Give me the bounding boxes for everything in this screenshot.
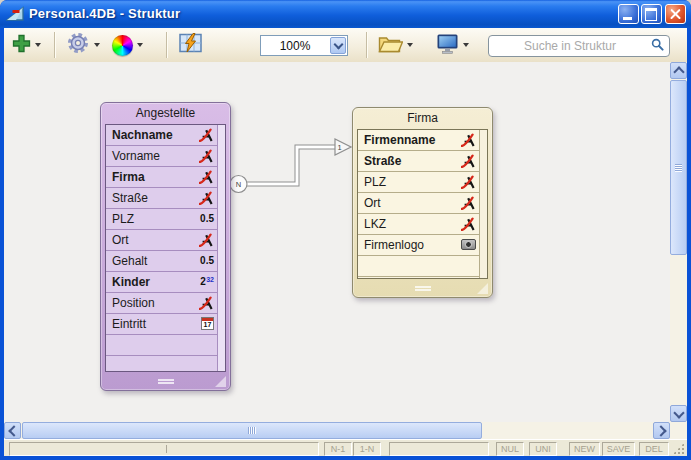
relation-one-label: 1 bbox=[337, 143, 341, 152]
del-button[interactable]: DEL bbox=[639, 442, 669, 456]
window-resize-grip[interactable] bbox=[673, 443, 684, 454]
field-label: Ort bbox=[112, 233, 129, 247]
new-table-button[interactable] bbox=[12, 28, 41, 62]
resize-corner-icon[interactable] bbox=[215, 376, 226, 387]
lightning-table-icon bbox=[179, 33, 202, 57]
field-row[interactable]: Eintritt17 bbox=[106, 314, 217, 335]
resize-grip-icon[interactable] bbox=[415, 286, 431, 291]
field-label: Firma bbox=[112, 170, 145, 184]
field-row[interactable]: Straße bbox=[358, 151, 479, 172]
field-label: Straße bbox=[112, 191, 148, 205]
alpha-type-icon bbox=[461, 154, 476, 168]
table-angestellte[interactable]: Angestellte NachnameVornameFirmaStraßePL… bbox=[100, 102, 231, 391]
date-type-icon: 17 bbox=[201, 317, 214, 331]
chevron-right-icon bbox=[655, 425, 666, 436]
horizontal-scrollbar[interactable] bbox=[4, 422, 670, 439]
field-list: FirmennameStraßePLZOrtLKZFirmenlogo bbox=[358, 130, 479, 278]
table-title[interactable]: Firma bbox=[353, 108, 492, 129]
search-box bbox=[488, 35, 670, 57]
app-logo-icon bbox=[6, 5, 25, 26]
alpha-type-icon bbox=[461, 196, 476, 210]
real-type-icon: 0.5 bbox=[200, 255, 214, 269]
table-fields: FirmennameStraßePLZOrtLKZFirmenlogo bbox=[357, 129, 488, 279]
thumb-grip-icon bbox=[675, 164, 682, 172]
field-label: Firmenname bbox=[364, 133, 435, 147]
vertical-scroll-thumb[interactable] bbox=[670, 80, 687, 255]
field-label: LKZ bbox=[364, 217, 386, 231]
field-row[interactable]: PLZ bbox=[358, 172, 479, 193]
table-firma[interactable]: Firma FirmennameStraßePLZOrtLKZFirmenlog… bbox=[352, 107, 493, 298]
save-button[interactable]: SAVE bbox=[602, 442, 635, 456]
zoom-dropdown-button[interactable] bbox=[330, 37, 346, 54]
field-row[interactable]: Gehalt0.5 bbox=[106, 251, 217, 272]
chevron-up-icon bbox=[673, 66, 684, 77]
title-bar[interactable]: Personal.4DB - Struktur bbox=[0, 0, 691, 28]
search-input[interactable] bbox=[489, 38, 651, 54]
chevron-down-icon bbox=[94, 43, 100, 47]
structure-canvas[interactable]: N 1 Angestellte NachnameVornameFirmaStra… bbox=[4, 62, 670, 422]
close-button[interactable] bbox=[665, 4, 686, 24]
field-label: Straße bbox=[364, 154, 401, 168]
uni-button[interactable]: UNI bbox=[529, 442, 557, 456]
empty-field-row[interactable] bbox=[358, 256, 479, 277]
display-button[interactable] bbox=[436, 28, 469, 62]
relation-1n-button[interactable]: 1-N bbox=[353, 442, 381, 456]
new-button[interactable]: NEW bbox=[569, 442, 600, 456]
chevron-down-icon bbox=[673, 407, 684, 418]
field-row[interactable]: LKZ bbox=[358, 214, 479, 235]
monitor-icon bbox=[436, 33, 459, 58]
search-icon[interactable] bbox=[651, 37, 664, 55]
picture-type-icon bbox=[461, 238, 476, 252]
relation-n1-button[interactable]: N-1 bbox=[324, 442, 352, 456]
panel-divider bbox=[166, 445, 167, 453]
field-label: Firmenlogo bbox=[364, 238, 424, 252]
resize-grip-icon[interactable] bbox=[158, 379, 174, 384]
field-row[interactable]: Firmenlogo bbox=[358, 235, 479, 256]
gear-icon bbox=[66, 31, 90, 59]
field-row[interactable]: Kinder232 bbox=[106, 272, 217, 293]
horizontal-scroll-thumb[interactable] bbox=[22, 422, 482, 439]
color-button[interactable] bbox=[112, 28, 143, 62]
maximize-button[interactable] bbox=[641, 4, 662, 24]
empty-field-row[interactable] bbox=[106, 335, 217, 356]
table-scroll-strip[interactable] bbox=[479, 130, 487, 278]
open-button[interactable] bbox=[378, 28, 413, 62]
vertical-scrollbar[interactable] bbox=[670, 62, 687, 422]
nul-button[interactable]: NUL bbox=[496, 442, 524, 456]
toolbar: 100% bbox=[4, 28, 687, 63]
trigger-button[interactable] bbox=[179, 28, 202, 62]
scroll-down-button[interactable] bbox=[670, 405, 687, 422]
alpha-type-icon bbox=[199, 296, 214, 310]
table-title[interactable]: Angestellte bbox=[101, 103, 230, 124]
status-field-panel bbox=[389, 442, 489, 456]
resize-corner-icon[interactable] bbox=[477, 283, 488, 294]
scroll-right-button[interactable] bbox=[653, 422, 670, 439]
field-row[interactable]: PLZ0.5 bbox=[106, 209, 217, 230]
field-label: Vorname bbox=[112, 149, 160, 163]
status-info-panel bbox=[9, 442, 319, 456]
settings-button[interactable] bbox=[66, 28, 100, 62]
longint-type-icon: 232 bbox=[200, 276, 214, 290]
scroll-left-button[interactable] bbox=[4, 422, 21, 439]
field-row[interactable]: Firmenname bbox=[358, 130, 479, 151]
field-row[interactable]: Ort bbox=[358, 193, 479, 214]
zoom-combobox[interactable]: 100% bbox=[260, 35, 348, 56]
minimize-button[interactable] bbox=[618, 4, 639, 24]
alpha-type-icon bbox=[199, 128, 214, 142]
thumb-grip-icon bbox=[248, 427, 256, 434]
field-label: Ort bbox=[364, 196, 381, 210]
field-row[interactable]: Vorname bbox=[106, 146, 217, 167]
scrollbar-corner bbox=[670, 422, 687, 439]
field-row[interactable]: Position bbox=[106, 293, 217, 314]
field-row[interactable]: Firma bbox=[106, 167, 217, 188]
chevron-down-icon bbox=[35, 43, 41, 47]
field-row[interactable]: Straße bbox=[106, 188, 217, 209]
color-wheel-icon bbox=[112, 35, 133, 56]
scroll-up-button[interactable] bbox=[670, 62, 687, 79]
status-bar: N-1 1-N NUL UNI NEW SAVE DEL bbox=[4, 439, 687, 456]
empty-field-row[interactable] bbox=[106, 356, 217, 371]
table-scroll-strip[interactable] bbox=[217, 125, 225, 371]
field-row[interactable]: Ort bbox=[106, 230, 217, 251]
field-label: PLZ bbox=[112, 212, 134, 226]
field-row[interactable]: Nachname bbox=[106, 125, 217, 146]
